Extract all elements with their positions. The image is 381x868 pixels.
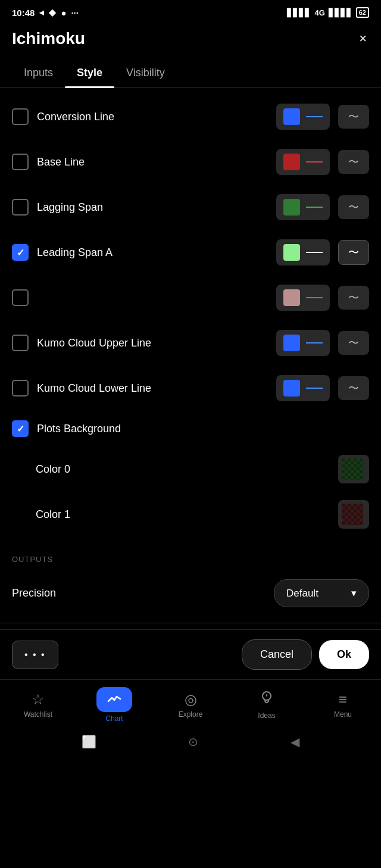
kumo-lower-color-btn[interactable]	[276, 375, 330, 401]
conversion-line-row: Conversion Line 〜	[0, 94, 381, 139]
tab-bar: Inputs Style Visibility	[0, 61, 381, 88]
precision-dropdown[interactable]: Default ▾	[274, 579, 369, 607]
more-icon: ···	[71, 8, 79, 18]
watchlist-label: Watchlist	[24, 710, 52, 719]
style-settings-list: Conversion Line 〜 Base Line 〜 Lagging Sp…	[0, 88, 381, 543]
time: 10:48	[12, 8, 35, 18]
explore-icon: ◎	[185, 691, 197, 708]
android-circle-btn[interactable]: ⊙	[188, 735, 198, 749]
color-1-btn[interactable]	[338, 500, 369, 529]
conversion-line-indicator	[306, 116, 323, 117]
lagging-span-swatch	[283, 199, 300, 216]
base-line-indicator	[306, 161, 323, 163]
chart-icon	[96, 687, 132, 712]
unnamed-checkbox[interactable]	[12, 289, 29, 306]
conversion-line-checkbox[interactable]	[12, 108, 29, 125]
modal-title: Ichimoku	[12, 29, 85, 48]
kumo-lower-checkbox[interactable]	[12, 380, 29, 396]
explore-label: Explore	[179, 710, 203, 719]
status-right: ▋▋▋▋ 4G ▋▋▋▋ 62	[287, 7, 369, 18]
base-line-wave-btn[interactable]: 〜	[338, 150, 369, 174]
base-line-checkbox[interactable]	[12, 154, 29, 170]
battery-indicator: 62	[356, 7, 369, 18]
leading-span-a-label: Leading Span A	[37, 246, 268, 259]
signal-icon: ▋▋▋▋	[287, 8, 311, 17]
chart-label: Chart	[105, 714, 123, 723]
unnamed-row: 〜	[0, 275, 381, 320]
color-0-swatch	[342, 458, 363, 480]
unnamed-swatch	[283, 289, 300, 306]
signal2-icon: ▋▋▋▋	[329, 8, 352, 17]
lagging-span-wave-btn[interactable]: 〜	[338, 195, 369, 219]
watchlist-icon: ☆	[32, 691, 45, 708]
menu-icon: ≡	[339, 691, 347, 708]
kumo-upper-swatch	[283, 335, 300, 351]
android-square-btn[interactable]: ⬜	[82, 735, 96, 749]
kumo-lower-label: Kumo Cloud Lower Line	[37, 382, 268, 395]
plots-background-label: Plots Background	[37, 423, 369, 435]
close-button[interactable]: ×	[357, 29, 369, 49]
nav-menu[interactable]: ≡ Menu	[305, 691, 381, 719]
color-0-btn[interactable]	[338, 455, 369, 483]
conversion-line-color-btn[interactable]	[276, 104, 330, 130]
divider	[0, 623, 381, 623]
color-0-row: Color 0	[0, 447, 381, 492]
ideas-label: Ideas	[258, 711, 275, 720]
kumo-upper-checkbox[interactable]	[12, 335, 29, 351]
android-back-btn[interactable]: ◀	[291, 735, 299, 749]
network-type: 4G	[314, 8, 324, 17]
nav-watchlist[interactable]: ☆ Watchlist	[0, 691, 76, 719]
lagging-span-indicator	[306, 207, 323, 208]
conversion-line-label: Conversion Line	[37, 111, 268, 123]
kumo-upper-indicator	[306, 342, 323, 344]
kumo-upper-wave-btn[interactable]: 〜	[338, 331, 369, 355]
base-line-color-btn[interactable]	[276, 149, 330, 175]
action-bar: • • • Cancel Ok	[0, 629, 381, 679]
base-line-swatch	[283, 154, 300, 170]
base-line-label: Base Line	[37, 156, 268, 168]
nav-ideas[interactable]: Ideas	[229, 690, 305, 720]
dots-button[interactable]: • • •	[12, 641, 58, 669]
cancel-button[interactable]: Cancel	[242, 639, 312, 670]
kumo-lower-swatch	[283, 380, 300, 396]
ok-button[interactable]: Ok	[319, 640, 369, 669]
leading-span-a-wave-btn[interactable]: 〜	[338, 240, 369, 265]
leading-span-a-color-btn[interactable]	[276, 239, 330, 266]
leading-span-a-row: Leading Span A 〜	[0, 230, 381, 275]
kumo-lower-indicator	[306, 388, 323, 389]
lagging-span-label: Lagging Span	[37, 201, 268, 214]
status-bar: 10:48 ◂ ◆ ● ··· ▋▋▋▋ 4G ▋▋▋▋ 62	[0, 0, 381, 23]
lagging-span-color-btn[interactable]	[276, 194, 330, 220]
dropdown-arrow: ▾	[351, 587, 357, 600]
outputs-section-label: OUTPUTS	[0, 543, 381, 570]
leading-span-a-checkbox[interactable]	[12, 244, 29, 261]
ideas-icon	[259, 690, 274, 709]
color-1-row: Color 1	[0, 492, 381, 537]
tab-inputs[interactable]: Inputs	[12, 61, 65, 88]
nav-explore[interactable]: ◎ Explore	[152, 691, 229, 719]
whatsapp-icon: ●	[61, 8, 66, 18]
kumo-lower-row: Kumo Cloud Lower Line 〜	[0, 366, 381, 411]
tab-visibility[interactable]: Visibility	[114, 61, 177, 88]
kumo-lower-wave-btn[interactable]: 〜	[338, 376, 369, 400]
location-icon: ◂	[39, 7, 44, 18]
unnamed-wave-btn[interactable]: 〜	[338, 286, 369, 310]
precision-row: Precision Default ▾	[0, 570, 381, 617]
leading-span-a-swatch	[283, 244, 300, 261]
base-line-row: Base Line 〜	[0, 139, 381, 185]
plots-background-row: Plots Background	[0, 411, 381, 447]
precision-label: Precision	[12, 587, 56, 600]
status-left: 10:48 ◂ ◆ ● ···	[12, 7, 79, 18]
lagging-span-checkbox[interactable]	[12, 199, 29, 216]
kumo-upper-color-btn[interactable]	[276, 330, 330, 356]
android-nav: ⬜ ⊙ ◀	[0, 726, 381, 757]
conversion-line-wave-btn[interactable]: 〜	[338, 105, 369, 129]
color-1-swatch	[342, 504, 363, 525]
plots-background-checkbox[interactable]	[12, 420, 29, 437]
tab-style[interactable]: Style	[65, 61, 114, 88]
bottom-nav: ☆ Watchlist Chart ◎ Explore Ideas ≡ Menu	[0, 679, 381, 726]
precision-value: Default	[286, 588, 318, 600]
unnamed-color-btn[interactable]	[276, 285, 330, 311]
nav-chart[interactable]: Chart	[76, 687, 152, 723]
leading-span-a-indicator	[306, 252, 323, 253]
